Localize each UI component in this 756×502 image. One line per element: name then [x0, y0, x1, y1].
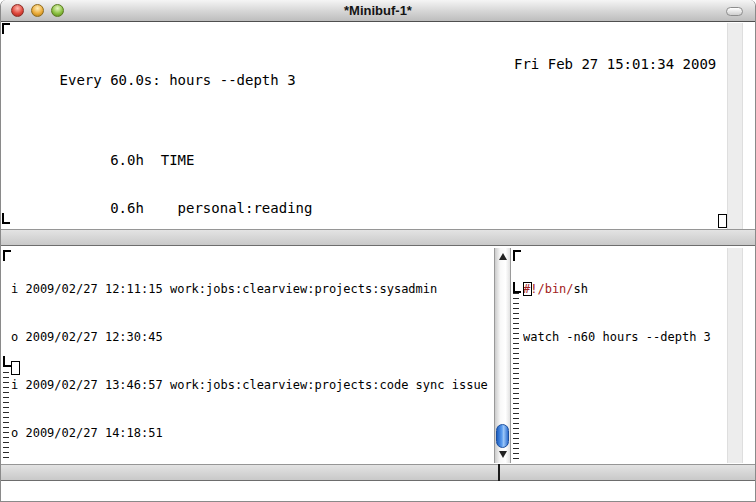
- timelog-cursor: [11, 361, 20, 375]
- buffer-bottom-icon: [2, 213, 10, 224]
- empty-lines-icon: [3, 372, 9, 462]
- watch-command-text: Every 60.0s: hours --depth 3: [60, 72, 296, 88]
- window-title: *Minibuf-1*: [1, 3, 755, 18]
- emacs-frame: *Minibuf-1* Every 60.0s: hours --depth 3…: [0, 0, 756, 502]
- buffer-top-icon: [3, 250, 11, 261]
- scroll-down-icon[interactable]: [499, 451, 507, 458]
- watch-header-row: Every 60.0s: hours --depth 3 Fri Feb 27 …: [9, 56, 729, 72]
- empty-lines-icon: [513, 293, 519, 462]
- report-line: 6.0h TIME: [9, 152, 729, 168]
- buffer-top-icon: [2, 23, 10, 34]
- toolbar-toggle-button[interactable]: [726, 7, 743, 16]
- buffer-bottom-icon: [513, 282, 521, 293]
- report-line: 0.6h personal:reading: [9, 200, 729, 216]
- terminal-cursor: [718, 214, 727, 228]
- modeline-text: --:-- current.timelog Bot (3726,0) darcs…: [32, 480, 498, 481]
- script-window[interactable]: #!/bin/sh watch -n60 hours --depth 3: [523, 249, 727, 463]
- buffer-top-icon: [513, 250, 521, 261]
- timelog-line: o 2009/02/27 12:30:45: [11, 329, 493, 345]
- shebang-line: #!/bin/sh: [523, 281, 727, 297]
- timelog-line: i 2009/02/27 13:46:57 work:jobs:clearvie…: [11, 377, 493, 393]
- timelog-line: o 2009/02/27 14:18:51: [11, 425, 493, 441]
- modeline-text: --:-- watchhours All (3,0): [531, 480, 748, 481]
- timelog-scrollbar[interactable]: [494, 248, 511, 463]
- script-cursor: [523, 282, 532, 296]
- right-scrollbar-track[interactable]: [727, 248, 743, 463]
- buffer-bottom-icon: [3, 356, 11, 367]
- window-titlebar[interactable]: *Minibuf-1*: [1, 0, 755, 22]
- shebang-rest: sh: [574, 282, 588, 296]
- right-scrollbar-track[interactable]: [727, 23, 743, 229]
- modeline-ansi-term[interactable]: -u:** *ansi-term* All (13,101) (Term: ch…: [1, 229, 756, 246]
- timelog-window[interactable]: i 2009/02/27 12:11:15 work:jobs:clearvie…: [11, 249, 493, 463]
- ansi-term-window[interactable]: Every 60.0s: hours --depth 3 Fri Feb 27 …: [9, 24, 729, 228]
- blank-line: [9, 104, 729, 120]
- timelog-line: i 2009/02/27 12:11:15 work:jobs:clearvie…: [11, 281, 493, 297]
- script-command-line: watch -n60 hours --depth 3: [523, 329, 727, 345]
- scrollbar-thumb[interactable]: [496, 424, 509, 448]
- scroll-up-icon[interactable]: [499, 253, 507, 260]
- modeline-text: -u:** *ansi-term* All (13,101) (Term: ch…: [34, 245, 756, 246]
- modeline-watchhours[interactable]: --:-- watchhours All (3,0): [500, 464, 756, 481]
- minibuffer[interactable]: Redo: (ansi-term "/Users/simon/bin/watch…: [9, 484, 753, 500]
- watch-timestamp: Fri Feb 27 15:01:34 2009: [514, 56, 716, 72]
- modeline-timelog[interactable]: --:-- current.timelog Bot (3726,0) darcs…: [1, 464, 498, 481]
